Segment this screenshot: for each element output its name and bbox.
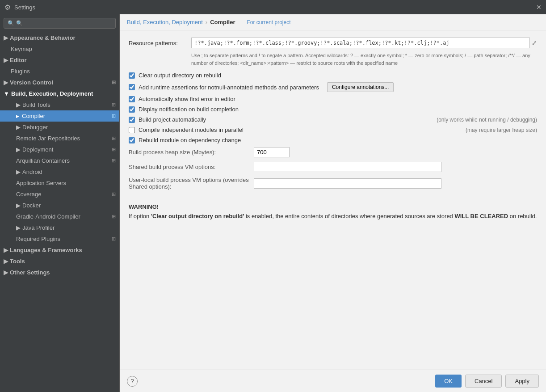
sidebar-item-label: Java Profiler — [22, 224, 55, 231]
main-panel: Build, Execution, Deployment › Compiler … — [120, 14, 546, 392]
expand-icon[interactable]: ⤢ — [532, 39, 537, 46]
sidebar-item-required-plugins[interactable]: Required Plugins ⊞ — [0, 233, 119, 244]
expand-arrow-icon: ▶ — [4, 57, 8, 63]
footer: ? OK Cancel Apply — [120, 370, 546, 392]
shared-vm-label: Shared build process VM options: — [129, 164, 254, 170]
sidebar-item-label: Required Plugins — [16, 236, 60, 242]
sidebar-item-remote-jar[interactable]: Remote Jar Repositories ⊞ — [0, 133, 119, 144]
sidebar-item-plugins[interactable]: Plugins — [0, 66, 119, 77]
expand-arrow-icon: ▶ — [16, 146, 21, 153]
warning-text: If option 'Clear output directory on reb… — [129, 212, 537, 221]
configure-annotations-button[interactable]: Configure annotations... — [327, 82, 394, 92]
rebuild-dependency-checkbox[interactable] — [129, 137, 135, 143]
expand-arrow-icon: ▶ — [4, 79, 8, 86]
repo-icon: ⊞ — [112, 135, 116, 141]
for-current-project[interactable]: For current project — [247, 19, 291, 25]
user-local-vm-label: User-local build process VM options (ove… — [129, 177, 254, 190]
display-notification-label[interactable]: Display notification on build completion — [139, 106, 239, 113]
sidebar-item-build-tools[interactable]: ▶ Build Tools ⊞ — [0, 99, 119, 110]
runtime-assertions-checkbox[interactable] — [129, 84, 135, 90]
sidebar-item-other-settings[interactable]: ▶ Other Settings — [0, 267, 119, 278]
footer-left: ? — [127, 376, 138, 387]
sidebar-item-appearance[interactable]: ▶ Appearance & Behavior — [0, 32, 119, 43]
sidebar: 🔍 ▶ Appearance & Behavior Keymap ▶ Edito… — [0, 14, 120, 392]
help-button[interactable]: ? — [127, 376, 138, 387]
resource-patterns-input-wrap: ⤢ — [191, 38, 537, 48]
sidebar-item-deployment[interactable]: ▶ Deployment ⊞ — [0, 144, 119, 155]
sidebar-item-label: Remote Jar Repositories — [16, 135, 80, 142]
shared-vm-input[interactable] — [254, 162, 441, 172]
repo-icon: ⊞ — [112, 102, 116, 108]
sidebar-item-build-execution[interactable]: ▼ Build, Execution, Deployment — [0, 88, 119, 99]
sidebar-item-editor[interactable]: ▶ Editor — [0, 55, 119, 66]
repo-icon: ⊞ — [112, 158, 116, 164]
heap-size-label: Build process heap size (Mbytes): — [129, 149, 254, 156]
breadcrumb-current: Compiler — [210, 19, 235, 25]
cancel-button[interactable]: Cancel — [465, 375, 502, 388]
clear-output-checkbox[interactable] — [129, 72, 135, 79]
sidebar-item-debugger[interactable]: ▶ Debugger — [0, 122, 119, 133]
expand-arrow-icon: ▶ — [16, 202, 21, 209]
heap-size-input[interactable] — [254, 147, 290, 157]
build-automatically-checkbox[interactable] — [129, 117, 135, 123]
clear-output-label[interactable]: Clear output directory on rebuild — [139, 72, 221, 79]
search-box[interactable]: 🔍 — [4, 18, 116, 29]
rebuild-dependency-label[interactable]: Rebuild module on dependency change — [139, 137, 241, 143]
sidebar-item-compiler[interactable]: ▶ Compiler ⊞ — [0, 110, 119, 122]
repo-icon: ⊞ — [112, 147, 116, 152]
sidebar-item-gradle-android[interactable]: Gradle-Android Compiler ⊞ — [0, 211, 119, 222]
sidebar-item-label: Compiler — [22, 113, 45, 119]
expand-arrow-icon: ▶ — [4, 269, 8, 276]
sidebar-item-label: Languages & Frameworks — [10, 247, 82, 253]
expand-arrow-icon: ▼ — [4, 90, 9, 97]
repo-icon: ⊞ — [112, 113, 116, 119]
window-title: Settings — [14, 4, 35, 11]
expand-arrow-icon: ▶ — [16, 169, 21, 175]
display-notification-checkbox[interactable] — [129, 106, 135, 113]
checkbox-show-first-error: Automatically show first error in editor — [129, 96, 537, 102]
build-automatically-note: (only works while not running / debuggin… — [428, 117, 537, 123]
sidebar-item-label: Appearance & Behavior — [10, 34, 76, 41]
warning-title: WARNING! — [129, 203, 537, 210]
sidebar-item-label: Build Tools — [22, 101, 50, 108]
sidebar-item-android[interactable]: ▶ Android — [0, 166, 119, 177]
sidebar-item-keymap[interactable]: Keymap — [0, 43, 119, 55]
compile-parallel-label[interactable]: Compile independent modules in parallel — [139, 126, 244, 133]
sidebar-item-label: Plugins — [11, 68, 30, 75]
sidebar-item-label: Android — [22, 169, 42, 175]
sidebar-item-version-control[interactable]: ▶ Version Control ⊞ — [0, 77, 119, 88]
sidebar-item-docker[interactable]: ▶ Docker — [0, 200, 119, 211]
runtime-assertions-label[interactable]: Add runtime assertions for notnull-annot… — [139, 84, 319, 91]
settings-body: Resource patterns: ⤢ Use ; to separate p… — [120, 30, 546, 370]
sidebar-item-coverage[interactable]: Coverage ⊞ — [0, 189, 119, 200]
show-first-error-checkbox[interactable] — [129, 96, 135, 102]
title-bar-left: ⚙ Settings — [4, 3, 35, 12]
ok-button[interactable]: OK — [435, 375, 462, 388]
sidebar-item-languages[interactable]: ▶ Languages & Frameworks — [0, 244, 119, 256]
sidebar-item-java-profiler[interactable]: ▶ Java Profiler — [0, 222, 119, 233]
breadcrumb-parent[interactable]: Build, Execution, Deployment — [127, 19, 203, 25]
expand-arrow-icon: ▶ — [4, 34, 8, 41]
resource-patterns-input[interactable] — [191, 38, 530, 48]
search-input[interactable] — [16, 20, 112, 26]
heap-size-row: Build process heap size (Mbytes): — [129, 147, 537, 157]
sidebar-item-app-servers[interactable]: Application Servers — [0, 177, 119, 189]
close-button[interactable]: ✕ — [536, 4, 542, 11]
compile-parallel-checkbox[interactable] — [129, 127, 135, 133]
sidebar-item-tools[interactable]: ▶ Tools — [0, 256, 119, 267]
main-content: 🔍 ▶ Appearance & Behavior Keymap ▶ Edito… — [0, 14, 546, 392]
sidebar-item-label: Version Control — [10, 79, 53, 86]
shared-vm-row: Shared build process VM options: — [129, 162, 537, 172]
apply-button[interactable]: Apply — [505, 375, 539, 388]
checkbox-runtime-assertions: Add runtime assertions for notnull-annot… — [129, 82, 537, 92]
sidebar-item-label: Tools — [10, 258, 25, 265]
show-first-error-label[interactable]: Automatically show first error in editor — [139, 96, 235, 102]
sidebar-item-label: Build, Execution, Deployment — [11, 90, 93, 97]
sidebar-item-label: Keymap — [11, 46, 32, 52]
build-automatically-label[interactable]: Build project automatically — [139, 116, 206, 123]
sidebar-item-label: Application Servers — [16, 180, 66, 186]
sidebar-item-label: Docker — [22, 202, 41, 209]
repo-icon: ⊞ — [112, 236, 116, 242]
sidebar-item-arquillian[interactable]: Arquillian Containers ⊞ — [0, 155, 119, 166]
user-local-vm-input[interactable] — [254, 178, 441, 189]
